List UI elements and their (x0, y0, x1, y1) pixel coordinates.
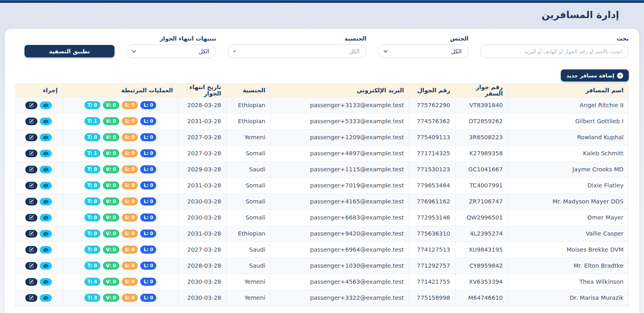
expiry-date-cell: 2030-03-28 (178, 193, 226, 209)
action-cell (15, 145, 63, 161)
expiry-alerts-select[interactable]: الكل (126, 45, 216, 58)
view-button[interactable] (40, 278, 52, 286)
ops-badge-v: V: 0 (103, 117, 119, 125)
ops-badge-t: T: 0 (84, 213, 100, 222)
plus-circle-icon (617, 73, 623, 79)
passport-number-cell: K27989358 (455, 145, 508, 161)
action-cell (15, 161, 63, 177)
email-cell: passenger+7019@example.test (270, 177, 409, 193)
ops-badge-l: L: 0 (140, 213, 156, 222)
edit-button[interactable] (25, 262, 37, 270)
edit-button[interactable] (25, 134, 37, 141)
passport-number-cell: QW2996501 (455, 209, 508, 226)
passport-number-cell: 3R6508223 (455, 129, 508, 145)
view-button[interactable] (40, 182, 52, 189)
view-button[interactable] (40, 214, 52, 222)
related-operations-cell: T: 0V: 0S: 0L: 0 (63, 161, 178, 177)
view-button[interactable] (40, 102, 52, 109)
passengers-table-container: اسم المسافر رقم جواز السفر رقم الجوال ال… (15, 83, 629, 306)
column-header-action: إجراء (15, 84, 63, 97)
gender-label: الجنس (378, 35, 468, 42)
ops-badge-s: S: 0 (122, 101, 138, 109)
edit-button[interactable] (25, 214, 37, 222)
expiry-date-cell: 2028-03-28 (178, 258, 226, 274)
passport-number-cell: DT2859262 (455, 113, 508, 129)
edit-button[interactable] (25, 182, 37, 189)
ops-badge-s: S: 0 (122, 133, 138, 141)
edit-button[interactable] (25, 102, 37, 109)
view-button[interactable] (40, 166, 52, 173)
ops-badge-v: V: 0 (103, 278, 119, 286)
email-cell: passenger+6683@example.test (270, 209, 409, 226)
edit-button[interactable] (25, 246, 37, 254)
email-cell: passenger+3322@example.test (270, 290, 409, 306)
ops-badge-s: S: 0 (122, 165, 138, 173)
view-button[interactable] (40, 134, 52, 141)
email-cell: passenger+3133@example.test (270, 97, 409, 113)
passengers-table: اسم المسافر رقم جواز السفر رقم الجوال ال… (15, 84, 628, 306)
email-cell: passenger+9420@example.test (270, 226, 409, 242)
email-cell: passenger+1030@example.test (270, 258, 409, 274)
gender-select[interactable]: الكل (378, 45, 468, 58)
search-input[interactable] (480, 45, 629, 58)
chevron-down-icon (131, 49, 136, 54)
chevron-down-icon (383, 49, 388, 54)
nationality-select-value: الكل (349, 48, 360, 55)
edit-button[interactable] (25, 150, 37, 157)
passenger-name-cell: Jayme Crooks MD (508, 161, 628, 177)
view-button[interactable] (40, 230, 52, 238)
nationality-cell: Ethiopian (226, 113, 270, 129)
expiry-date-cell: 2028-03-28 (178, 97, 226, 113)
related-operations-cell: T: 0V: 0S: 0L: 0 (63, 242, 178, 258)
action-cell (15, 290, 63, 306)
nationality-select[interactable]: الكل (228, 45, 366, 58)
column-header-mobile: رقم الجوال (409, 84, 455, 97)
passenger-name-cell: Angel Ritchie II (508, 97, 628, 113)
table-row: Dixie Flatley TC4007991 779853484 passen… (15, 177, 628, 193)
view-button[interactable] (40, 262, 52, 270)
mobile-number-cell: 771714325 (409, 145, 455, 161)
view-button[interactable] (40, 294, 52, 302)
edit-button[interactable] (25, 166, 37, 173)
expiry-date-cell: 2031-03-28 (178, 226, 226, 242)
top-navigation-bar (0, 0, 644, 3)
view-button[interactable] (40, 150, 52, 157)
view-button[interactable] (40, 198, 52, 205)
apply-filter-button[interactable]: تطبيق التصفية (25, 45, 114, 57)
edit-button[interactable] (25, 118, 37, 125)
table-row: Vallie Casper 4L2395274 775636310 passen… (15, 226, 628, 242)
add-passenger-button[interactable]: إضافة مسافر جديد (561, 69, 629, 81)
table-row: Angel Ritchie II VT8391840 775762290 pas… (15, 97, 628, 113)
edit-button[interactable] (25, 198, 37, 205)
mobile-number-cell: 774127513 (409, 242, 455, 258)
mobile-number-cell: 775762290 (409, 97, 455, 113)
table-row: Mr. Madyson Mayer DDS ZR7106747 77696116… (15, 193, 628, 209)
ops-badge-v: V: 0 (103, 294, 119, 302)
expiry-date-cell: 2029-03-28 (178, 161, 226, 177)
nationality-cell: Saudi (226, 258, 270, 274)
email-cell: passenger+4563@example.test (270, 274, 409, 290)
ops-badge-v: V: 0 (103, 262, 119, 270)
mobile-number-cell: 779853484 (409, 177, 455, 193)
ops-badge-t: T: 0 (84, 246, 100, 254)
ops-badge-l: L: 0 (140, 230, 156, 238)
add-passenger-label: إضافة مسافر جديد (566, 73, 614, 79)
edit-button[interactable] (25, 294, 37, 302)
operations-badges: T: 0V: 0S: 0L: 0 (68, 246, 173, 254)
ops-badge-l: L: 0 (140, 133, 156, 141)
ops-badge-s: S: 0 (122, 117, 138, 125)
expiry-date-cell: 2027-03-28 (178, 129, 226, 145)
ops-badge-v: V: 0 (103, 165, 119, 173)
mobile-number-cell: 772953146 (409, 209, 455, 226)
email-cell: passenger+1115@example.test (270, 161, 409, 177)
passenger-name-cell: Vallie Casper (508, 226, 628, 242)
mobile-number-cell: 775636310 (409, 226, 455, 242)
view-button[interactable] (40, 118, 52, 125)
related-operations-cell: T: 4V: 0S: 0L: 0 (63, 274, 178, 290)
related-operations-cell: T: 0V: 0S: 0L: 0 (63, 193, 178, 209)
edit-button[interactable] (25, 230, 37, 238)
edit-button[interactable] (25, 278, 37, 286)
ops-badge-t: T: 1 (84, 117, 100, 125)
operations-badges: T: 1V: 0S: 0L: 0 (68, 149, 173, 157)
view-button[interactable] (40, 246, 52, 254)
